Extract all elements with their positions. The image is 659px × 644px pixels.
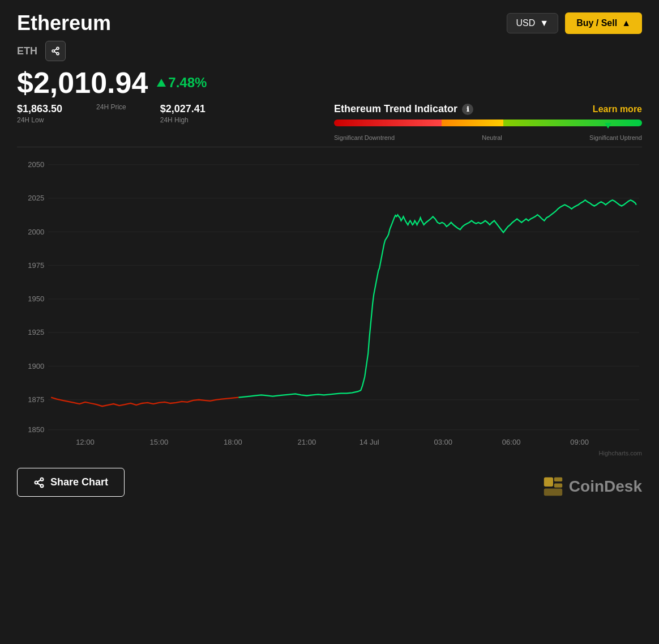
svg-line-34 [37, 483, 41, 485]
trend-info-icon[interactable]: ℹ [462, 104, 473, 115]
coindesk-logo: CoinDesk [543, 476, 642, 497]
svg-text:2025: 2025 [28, 194, 44, 202]
divider [17, 147, 642, 147]
svg-text:14 Jul: 14 Jul [360, 438, 379, 446]
header-controls: USD ▼ Buy / Sell ▲ [507, 12, 643, 34]
ticker-row: ETH [17, 41, 642, 61]
currency-label: USD [516, 18, 536, 28]
trend-bar-uptrend [503, 120, 642, 126]
stats-trend-row: $1,863.50 24H Low 24H Price $2,027.41 24… [17, 103, 642, 141]
header-row: Ethereum USD ▼ Buy / Sell ▲ [17, 11, 642, 35]
chevron-up-icon: ▲ [622, 18, 631, 28]
svg-text:06:00: 06:00 [502, 438, 521, 446]
svg-text:03:00: 03:00 [434, 438, 452, 446]
price-row: $2,010.94 7.48% [17, 66, 642, 100]
svg-line-4 [54, 49, 57, 50]
high-value: $2,027.41 [160, 103, 206, 115]
svg-text:1875: 1875 [28, 395, 44, 404]
coindesk-icon [543, 476, 563, 497]
price-label: 24H Price [96, 103, 126, 111]
low-label: 24H Low [17, 116, 62, 124]
price-chart: 2050 2025 2000 1975 1950 1925 1900 1875 … [17, 153, 642, 447]
trend-labels: Significant Downtrend Neutral Significan… [334, 134, 642, 141]
trend-label-uptrend: Significant Uptrend [589, 134, 642, 141]
svg-text:1925: 1925 [28, 328, 44, 336]
svg-rect-38 [554, 484, 562, 488]
svg-line-35 [37, 480, 41, 481]
coindesk-label: CoinDesk [569, 477, 642, 496]
high-label: 24H High [160, 116, 206, 124]
svg-text:1900: 1900 [28, 361, 44, 370]
trend-indicator-wrapper [334, 120, 642, 126]
svg-text:09:00: 09:00 [570, 438, 589, 446]
share-icon-button[interactable] [45, 41, 66, 61]
bottom-section: Share Chart CoinDesk [17, 468, 642, 502]
high-stat: $2,027.41 24H High [160, 103, 206, 124]
svg-text:1975: 1975 [28, 261, 44, 270]
trend-pointer-icon [605, 123, 611, 129]
price-change-pct: 7.48% [168, 75, 207, 91]
trend-bar-neutral [442, 120, 503, 126]
chevron-down-icon: ▼ [540, 18, 549, 28]
currency-selector[interactable]: USD ▼ [507, 13, 559, 33]
svg-text:2000: 2000 [28, 227, 44, 236]
share-chart-button[interactable]: Share Chart [17, 468, 125, 497]
svg-rect-36 [544, 477, 553, 487]
share-chart-label: Share Chart [50, 476, 108, 488]
trend-bar-downtrend [334, 120, 442, 126]
stats-left: $1,863.50 24H Low 24H Price $2,027.41 24… [17, 103, 334, 124]
buy-sell-button[interactable]: Buy / Sell ▲ [565, 12, 642, 34]
svg-text:12:00: 12:00 [76, 438, 95, 446]
trend-title-text: Ethereum Trend Indicator [334, 103, 457, 115]
trend-header: Ethereum Trend Indicator ℹ Learn more [334, 103, 642, 115]
trend-title-container: Ethereum Trend Indicator ℹ [334, 103, 473, 115]
trend-section: Ethereum Trend Indicator ℹ Learn more Si… [334, 103, 642, 141]
low-value: $1,863.50 [17, 103, 62, 115]
svg-text:1850: 1850 [28, 425, 44, 434]
price-change: 7.48% [157, 75, 207, 91]
trend-bar [334, 120, 642, 126]
chart-container: 2050 2025 2000 1975 1950 1925 1900 1875 … [17, 153, 642, 447]
main-price: $2,010.94 [17, 66, 148, 100]
low-stat: $1,863.50 24H Low [17, 103, 62, 124]
svg-text:18:00: 18:00 [224, 438, 242, 446]
svg-rect-37 [554, 477, 562, 481]
chart-footer: Highcharts.com [17, 450, 642, 457]
trend-label-downtrend: Significant Downtrend [334, 134, 395, 141]
ticker-symbol: ETH [17, 45, 37, 57]
chart-attribution: Highcharts.com [599, 450, 642, 457]
trend-label-neutral: Neutral [482, 134, 502, 141]
svg-text:21:00: 21:00 [298, 438, 316, 446]
svg-text:15:00: 15:00 [150, 438, 169, 446]
learn-more-link[interactable]: Learn more [593, 104, 642, 114]
svg-text:1950: 1950 [28, 295, 44, 303]
coin-title: Ethereum [17, 11, 111, 35]
price-stat: 24H Price [96, 103, 126, 124]
svg-text:2050: 2050 [28, 160, 44, 169]
share-icon [51, 46, 60, 56]
svg-line-3 [54, 52, 57, 53]
share-chart-icon [33, 477, 45, 488]
price-up-icon [157, 79, 166, 87]
svg-rect-39 [544, 489, 562, 496]
